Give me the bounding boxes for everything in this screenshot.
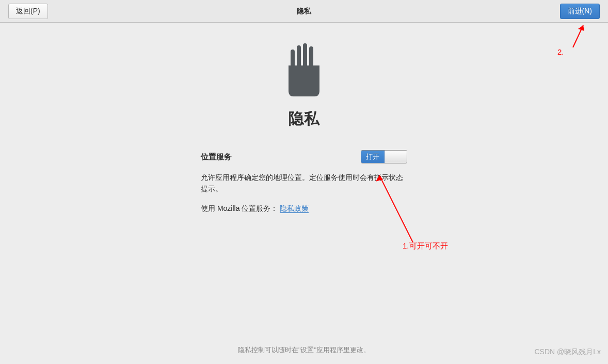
location-setting-row: 位置服务 打开 (201, 150, 407, 163)
policy-line: 使用 Mozilla 位置服务： 隐私政策 (201, 204, 407, 213)
location-toggle[interactable]: 打开 (361, 150, 407, 163)
footer-text: 隐私控制可以随时在"设置"应用程序里更改。 (238, 345, 370, 355)
location-label: 位置服务 (201, 152, 232, 162)
next-button[interactable]: 前进(N) (560, 4, 600, 19)
header-bar: 返回(P) 隐私 前进(N) (0, 0, 608, 23)
annotation-1: 1.可开可不开 (403, 241, 448, 251)
back-button[interactable]: 返回(P) (8, 4, 48, 19)
page-heading: 隐私 (289, 108, 319, 129)
toggle-handle (385, 151, 407, 163)
settings-block: 位置服务 打开 允许应用程序确定您的地理位置。定位服务使用时会有指示状态提示。 … (201, 150, 407, 213)
annotation-2: 2. (557, 47, 564, 56)
policy-prefix: 使用 Mozilla 位置服务： (201, 204, 278, 212)
location-description: 允许应用程序确定您的地理位置。定位服务使用时会有指示状态提示。 (201, 172, 407, 195)
toggle-on-label: 打开 (361, 151, 385, 163)
privacy-policy-link[interactable]: 隐私政策 (280, 204, 309, 213)
header-title: 隐私 (297, 7, 311, 16)
privacy-hand-icon (278, 42, 330, 99)
main-content: 隐私 位置服务 打开 允许应用程序确定您的地理位置。定位服务使用时会有指示状态提… (0, 23, 608, 213)
watermark: CSDN @晓风残月Lx (534, 348, 601, 357)
